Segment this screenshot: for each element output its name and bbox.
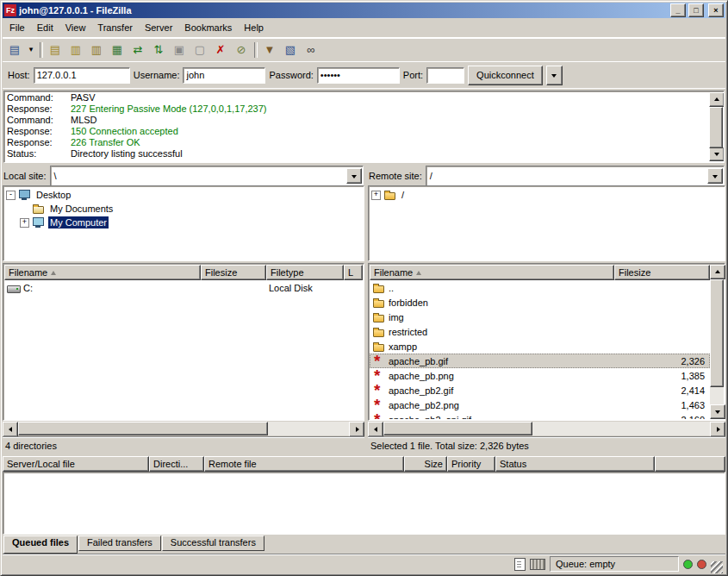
queue-column-header[interactable]: Status: [495, 456, 655, 472]
queue-column-header[interactable]: Server/Local file: [3, 456, 149, 472]
scroll-left-button[interactable]: [368, 422, 383, 437]
folder-icon: [372, 341, 386, 353]
titlebar[interactable]: Fz john@127.0.0.1 - FileZilla _ □ ×: [3, 3, 725, 18]
scroll-up-button[interactable]: [709, 92, 725, 107]
file-row[interactable]: img: [370, 310, 710, 324]
expander-icon[interactable]: +: [20, 218, 29, 228]
toggle-remote-tree-icon[interactable]: ▥: [87, 41, 106, 59]
queue-tab[interactable]: Queued files: [3, 535, 78, 554]
process-queue-icon[interactable]: ⇅: [149, 41, 168, 59]
column-header[interactable]: Filename: [370, 265, 614, 280]
file-row[interactable]: apache_pb.png 1,385: [370, 368, 710, 383]
port-input[interactable]: [426, 67, 464, 84]
close-button[interactable]: ×: [708, 3, 724, 17]
file-row[interactable]: xampp: [370, 339, 710, 354]
column-header[interactable]: Filename: [4, 265, 201, 280]
refresh-icon[interactable]: ⇄: [128, 41, 147, 59]
menu-item[interactable]: Bookmarks: [178, 19, 238, 36]
toggle-log-icon[interactable]: ▤: [46, 41, 65, 59]
column-header[interactable]: Filetype: [266, 265, 344, 280]
menu-item[interactable]: View: [59, 19, 92, 36]
scroll-right-button[interactable]: [710, 422, 725, 437]
preview-icon[interactable]: ▣: [170, 41, 189, 59]
menu-item[interactable]: Transfer: [91, 19, 139, 36]
scroll-track[interactable]: [710, 279, 724, 404]
tree-node[interactable]: + My Computer: [18, 216, 363, 229]
column-header[interactable]: L: [344, 265, 363, 280]
remote-site-combo[interactable]: /: [426, 166, 725, 186]
scroll-thumb[interactable]: [383, 422, 532, 435]
tree-node[interactable]: + /: [370, 188, 724, 202]
quickconnect-dropdown-button[interactable]: [546, 66, 563, 85]
scroll-thumb[interactable]: [18, 422, 268, 435]
file-row[interactable]: apache_pb2.png 1,463: [370, 398, 710, 412]
file-row[interactable]: ..: [370, 280, 710, 295]
minimize-button[interactable]: _: [670, 3, 686, 17]
scroll-track[interactable]: [18, 422, 349, 435]
log-scrollbar[interactable]: [709, 92, 723, 161]
scroll-down-button[interactable]: [710, 404, 725, 419]
log-prefix: Response:: [7, 137, 71, 148]
file-size: 1,463: [616, 400, 710, 410]
queue-tab[interactable]: Failed transfers: [78, 535, 161, 551]
file-row[interactable]: apache_pb2_ani.gif 2,160: [370, 412, 710, 419]
remote-horizontal-scrollbar[interactable]: [368, 422, 725, 435]
toggle-local-tree-icon[interactable]: ▥: [66, 41, 85, 59]
scroll-down-button[interactable]: [709, 147, 725, 161]
local-site-combo[interactable]: \: [50, 166, 364, 186]
expander-icon[interactable]: -: [6, 191, 16, 200]
disconnect-icon[interactable]: ⊘: [232, 41, 251, 59]
remote-site-dropdown-button[interactable]: [707, 168, 723, 184]
toggle-queue-icon[interactable]: ▦: [108, 41, 127, 59]
column-label: Directi...: [153, 459, 188, 469]
queue-column-header[interactable]: Remote file: [204, 456, 404, 472]
queue-column-header[interactable]: Priority: [447, 456, 495, 472]
sort-ascending-icon: [416, 271, 421, 275]
queue-body[interactable]: [3, 472, 725, 535]
snapshot-icon[interactable]: ▢: [190, 41, 209, 59]
maximize-button[interactable]: □: [688, 3, 704, 17]
column-header[interactable]: Filesize: [614, 265, 710, 280]
queue-column-header[interactable]: Directi...: [149, 456, 204, 472]
host-input[interactable]: [34, 67, 130, 84]
menu-item[interactable]: Help: [238, 19, 270, 36]
username-input[interactable]: [183, 67, 265, 84]
scroll-track[interactable]: [383, 422, 710, 435]
site-manager-icon[interactable]: ▤: [5, 41, 24, 59]
queue-column-header[interactable]: Size: [404, 456, 447, 472]
cancel-icon[interactable]: ✗: [211, 41, 230, 59]
column-header[interactable]: Filesize: [201, 265, 266, 280]
scroll-right-button[interactable]: [349, 422, 364, 437]
compare-icon[interactable]: ▧: [281, 41, 300, 59]
password-input[interactable]: [317, 67, 400, 84]
local-site-dropdown-button[interactable]: [346, 168, 362, 184]
queue-column-header[interactable]: [655, 456, 725, 472]
menu-item[interactable]: Server: [139, 19, 178, 36]
scroll-thumb[interactable]: [710, 279, 724, 387]
file-row[interactable]: apache_pb2.gif 2,414: [370, 383, 710, 398]
tree-node[interactable]: My Documents: [18, 202, 363, 216]
tree-node[interactable]: - Desktop: [4, 188, 363, 202]
scroll-left-button[interactable]: [3, 422, 18, 437]
local-horizontal-scrollbar[interactable]: [3, 422, 364, 435]
column-label: Status: [500, 459, 526, 469]
resize-grip[interactable]: [711, 561, 723, 573]
file-row[interactable]: apache_pb.gif 2,326: [370, 354, 710, 368]
file-row[interactable]: C: Local Disk: [4, 280, 363, 295]
scroll-thumb[interactable]: [709, 107, 723, 148]
menu-item[interactable]: File: [3, 19, 31, 36]
remote-vertical-scrollbar[interactable]: [710, 265, 724, 419]
expander-icon[interactable]: +: [371, 191, 381, 200]
file-row[interactable]: forbidden: [370, 295, 710, 310]
scroll-up-button[interactable]: [710, 265, 725, 279]
quickconnect-button[interactable]: Quickconnect: [468, 66, 543, 85]
filter-icon[interactable]: ▼: [260, 41, 279, 59]
site-manager-dropdown-icon[interactable]: ▾: [26, 41, 36, 59]
find-icon[interactable]: ∞: [302, 41, 320, 59]
queue-tab[interactable]: Successful transfers: [162, 535, 264, 551]
remote-status-text: Selected 1 file. Total size: 2,326 bytes: [368, 436, 725, 454]
file-row[interactable]: restricted: [370, 324, 710, 339]
scroll-track[interactable]: [709, 107, 723, 147]
app-icon: Fz: [4, 4, 16, 16]
menu-item[interactable]: Edit: [31, 19, 59, 36]
